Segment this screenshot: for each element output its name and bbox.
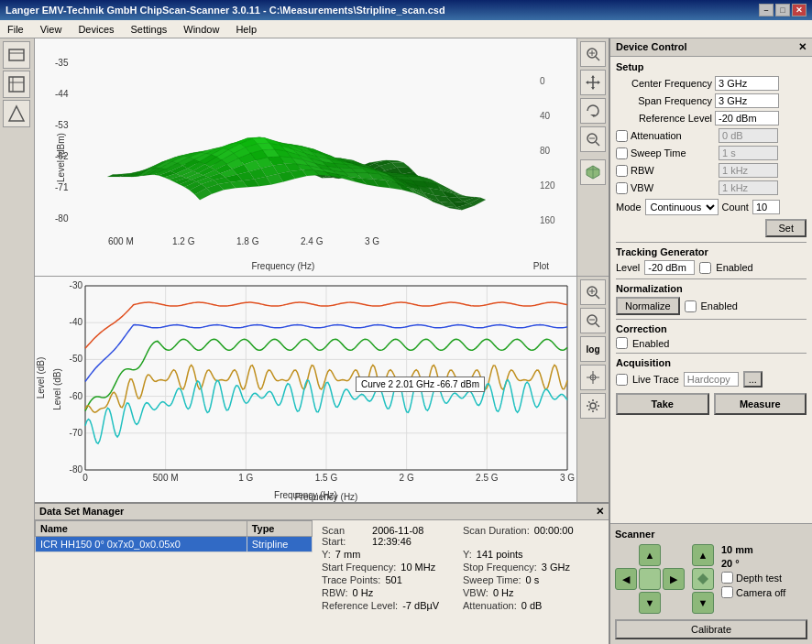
dc-content: Setup Center Frequency Span Frequency Re… bbox=[610, 57, 812, 523]
ds-details: Scan Start: 2006-11-08 12:39:46 Scan Dur… bbox=[313, 520, 609, 644]
arrow-left-btn[interactable]: ◀ bbox=[615, 568, 637, 590]
center-freq-input[interactable] bbox=[715, 76, 779, 91]
tracking-enabled-label: Enabled bbox=[716, 262, 752, 273]
zoom-in-2d-btn[interactable] bbox=[580, 279, 606, 305]
rotate-3d-btn[interactable] bbox=[580, 98, 606, 124]
device-control-header: Device Control ✕ bbox=[610, 38, 812, 57]
menu-view[interactable]: View bbox=[37, 23, 66, 36]
detail-start-freq-label: Start Frequency: bbox=[322, 562, 396, 573]
camera-off-row: Camera off bbox=[721, 586, 785, 598]
detail-vbw: VBW: 0 Hz bbox=[463, 587, 599, 598]
arrow-down-btn[interactable]: ▼ bbox=[639, 592, 661, 614]
deg-value: 20 ° bbox=[721, 558, 785, 569]
title-text: Langer EMV-Technik GmbH ChipScan-Scanner… bbox=[5, 5, 445, 16]
correction-title: Correction bbox=[616, 323, 807, 334]
detail-trace-pts-label: Trace Points: bbox=[322, 574, 380, 585]
depth-test-row: Depth test bbox=[721, 572, 785, 584]
minimize-button[interactable]: – bbox=[759, 4, 774, 16]
toolbar-btn-2[interactable] bbox=[3, 71, 30, 98]
acquisition-row: Live Trace ... bbox=[616, 371, 807, 387]
detail-scan-duration-label: Scan Duration: bbox=[463, 525, 530, 547]
sweep-time-input[interactable] bbox=[719, 146, 778, 160]
mode-select[interactable]: Continuous Single bbox=[645, 199, 719, 215]
vbw-checkbox[interactable] bbox=[616, 182, 628, 194]
sweep-time-checkbox[interactable] bbox=[616, 147, 628, 159]
z-up-btn[interactable]: ▲ bbox=[692, 544, 714, 566]
ds-close-btn[interactable]: ✕ bbox=[596, 506, 604, 518]
tracking-level-input[interactable] bbox=[644, 260, 695, 275]
svg-rect-0 bbox=[9, 49, 24, 60]
attenuation-checkbox[interactable] bbox=[616, 130, 628, 142]
svg-marker-35 bbox=[697, 579, 708, 584]
vbw-input[interactable] bbox=[719, 180, 778, 195]
col-name: Name bbox=[36, 521, 247, 537]
zoom-in-3d-btn[interactable] bbox=[580, 41, 606, 67]
marker-btn[interactable] bbox=[580, 365, 606, 390]
attenuation-input[interactable] bbox=[719, 128, 778, 143]
detail-vbw-label: VBW: bbox=[463, 587, 488, 598]
correction-enabled-label: Enabled bbox=[632, 338, 669, 349]
calibrate-button[interactable]: Calibrate bbox=[615, 619, 807, 639]
detail-reflevel-value: -7 dBµV bbox=[402, 600, 439, 611]
chart-3d-area: Level (dBm) Frequency (Hz) Plot bbox=[35, 38, 609, 277]
arrow-empty-tr bbox=[663, 544, 685, 566]
ds-row-type: Stripline bbox=[247, 537, 312, 552]
menu-devices[interactable]: Devices bbox=[74, 23, 117, 36]
scanner-controls: ▲ ◀ ▶ ▼ ▲ ▼ bbox=[615, 544, 807, 614]
3d-box-btn[interactable] bbox=[580, 159, 606, 185]
chart-2d: Level (dB) Frequency (Hz) Curve 2 2.01 G… bbox=[35, 277, 576, 502]
detail-stop-freq-label: Stop Frequency: bbox=[463, 562, 537, 573]
svg-rect-2 bbox=[9, 77, 24, 92]
arrow-up-btn[interactable]: ▲ bbox=[639, 544, 661, 566]
correction-checkbox[interactable] bbox=[616, 337, 628, 349]
set-button[interactable]: Set bbox=[765, 219, 807, 237]
z-down-btn[interactable]: ▼ bbox=[692, 592, 714, 614]
chart-2d-toolbar: log bbox=[576, 277, 609, 502]
take-measure-row: Take Measure bbox=[616, 393, 807, 415]
browse-button[interactable]: ... bbox=[743, 371, 763, 387]
menu-window[interactable]: Window bbox=[180, 23, 223, 36]
hardcopy-input[interactable] bbox=[684, 372, 739, 387]
arrow-empty-br bbox=[663, 592, 685, 614]
take-button[interactable]: Take bbox=[616, 393, 709, 415]
menu-help[interactable]: Help bbox=[232, 23, 260, 36]
depth-test-checkbox[interactable] bbox=[721, 572, 733, 584]
toolbar-btn-3[interactable] bbox=[3, 100, 30, 127]
zoom-out-3d-btn[interactable] bbox=[580, 126, 606, 152]
camera-off-checkbox[interactable] bbox=[721, 586, 733, 598]
device-control-close[interactable]: ✕ bbox=[798, 41, 807, 53]
menu-file[interactable]: File bbox=[4, 23, 27, 36]
dataset-manager: Data Set Manager ✕ Name Type bbox=[35, 502, 609, 644]
detail-start-freq-value: 10 MHz bbox=[401, 562, 435, 573]
detail-scan-duration-value: 00:00:00 bbox=[534, 525, 574, 547]
rbw-input[interactable] bbox=[719, 163, 778, 178]
measure-button[interactable]: Measure bbox=[714, 393, 807, 415]
title-buttons: – □ ✕ bbox=[759, 4, 807, 16]
left-toolbar bbox=[0, 38, 35, 644]
maximize-button[interactable]: □ bbox=[775, 4, 790, 16]
norm-enabled-checkbox[interactable] bbox=[685, 300, 697, 312]
ref-level-input[interactable] bbox=[715, 111, 779, 126]
close-button[interactable]: ✕ bbox=[792, 4, 807, 16]
zoom-out-2d-btn[interactable] bbox=[580, 308, 606, 333]
live-trace-checkbox[interactable] bbox=[616, 374, 628, 386]
z-axis-3d-label: Plot bbox=[533, 261, 549, 271]
span-freq-input[interactable] bbox=[715, 93, 779, 108]
log-btn[interactable]: log bbox=[580, 336, 606, 362]
sweep-time-label: Sweep Time bbox=[631, 147, 716, 158]
normalize-button[interactable]: Normalize bbox=[616, 297, 680, 315]
settings-2d-btn[interactable] bbox=[580, 393, 606, 419]
arrow-right-btn[interactable]: ▶ bbox=[663, 568, 685, 590]
center-freq-label: Center Frequency bbox=[616, 78, 712, 89]
center-freq-row: Center Frequency bbox=[616, 76, 807, 91]
pan-3d-btn[interactable] bbox=[580, 70, 606, 95]
ds-row[interactable]: ICR HH150 0° 0x7x0_0x0.05x0 Stripline bbox=[36, 537, 313, 552]
toolbar-btn-1[interactable] bbox=[3, 41, 30, 69]
detail-reflevel: Reference Level: -7 dBµV bbox=[322, 600, 458, 611]
device-control-title: Device Control bbox=[616, 41, 687, 53]
arrow-center bbox=[639, 568, 661, 590]
count-input[interactable] bbox=[752, 200, 780, 214]
tracking-enabled-checkbox[interactable] bbox=[699, 262, 711, 274]
rbw-checkbox[interactable] bbox=[616, 165, 628, 177]
menu-settings[interactable]: Settings bbox=[127, 23, 171, 36]
